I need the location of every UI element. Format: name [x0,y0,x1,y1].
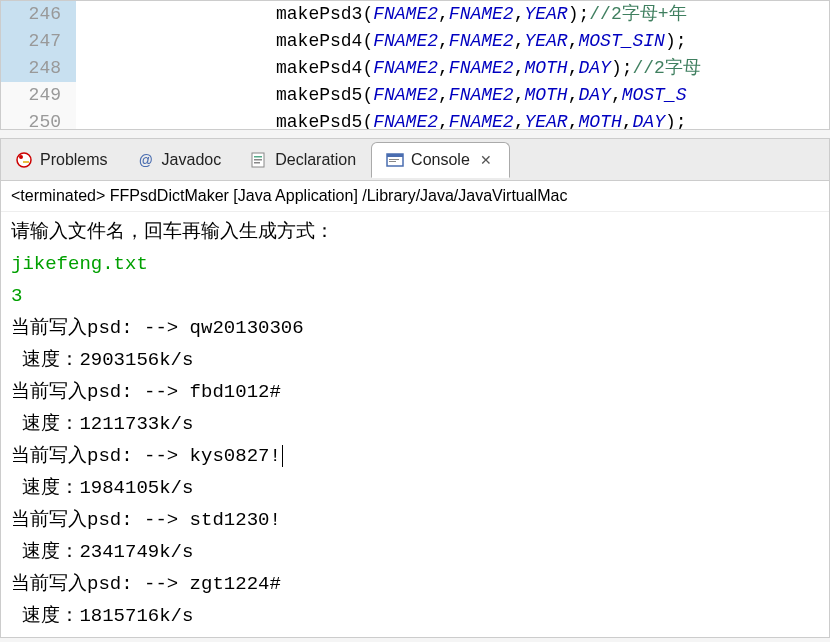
code-content[interactable]: makePsd3(FNAME2,FNAME2,YEAR);//2字母+年 [76,1,829,28]
console-input: 3 [11,280,819,312]
tab-declaration[interactable]: Declaration [236,143,371,177]
code-content[interactable]: makePsd5(FNAME2,FNAME2,MOTH,DAY,MOST_S [76,82,829,109]
console-output[interactable]: 请输入文件名，回车再输入生成方式： jikefeng.txt 3 当前写入psd… [1,212,829,636]
console-line: 当前写入psd: --> zgt1224# [11,568,819,600]
svg-point-1 [19,155,23,159]
tab-console[interactable]: Console ✕ [371,142,510,178]
console-line: 当前写入psd: --> fbd1012# [11,376,819,408]
javadoc-icon: @ [137,151,155,169]
tab-label: Console [411,151,470,169]
code-content[interactable]: makePsd4(FNAME2,FNAME2,MOTH,DAY);//2字母 [76,55,829,82]
code-line[interactable]: 249makePsd5(FNAME2,FNAME2,MOTH,DAY,MOST_… [1,82,829,109]
console-line: 当前写入psd: --> std1230! [11,504,819,536]
declaration-icon [250,151,268,169]
line-number: 248 [1,55,76,82]
line-number: 247 [1,28,76,55]
console-line: 当前写入psd: --> qw20130306 [11,312,819,344]
svg-rect-4 [254,156,262,158]
console-line: 速度：2341749k/s [11,536,819,568]
console-prompt: 请输入文件名，回车再输入生成方式： [11,216,819,248]
close-icon[interactable]: ✕ [477,151,495,169]
line-number: 250 [1,109,76,130]
tab-label: Declaration [275,151,356,169]
console-input: jikefeng.txt [11,248,819,280]
code-line[interactable]: 246makePsd3(FNAME2,FNAME2,YEAR);//2字母+年 [1,1,829,28]
console-line: 速度：1211733k/s [11,408,819,440]
console-line: 速度：1815716k/s [11,600,819,632]
code-content[interactable]: makePsd4(FNAME2,FNAME2,YEAR,MOST_SIN); [76,28,829,55]
line-number: 249 [1,82,76,109]
code-editor[interactable]: 246makePsd3(FNAME2,FNAME2,YEAR);//2字母+年2… [0,0,830,130]
tab-bar: Problems @ Javadoc Declaration Console ✕ [1,139,829,181]
tab-problems[interactable]: Problems [1,143,123,177]
svg-rect-9 [389,159,399,160]
bottom-panel: Problems @ Javadoc Declaration Console ✕… [0,138,830,638]
svg-rect-10 [389,161,396,162]
code-line[interactable]: 248makePsd4(FNAME2,FNAME2,MOTH,DAY);//2字… [1,55,829,82]
process-status: <terminated> [11,187,105,204]
svg-rect-6 [254,162,260,164]
problems-icon [15,151,33,169]
console-line: 速度：2903156k/s [11,344,819,376]
line-number: 246 [1,1,76,28]
console-line: 速度：1984105k/s [11,472,819,504]
code-line[interactable]: 250makePsd5(FNAME2,FNAME2,YEAR,MOTH,DAY)… [1,109,829,130]
console-icon [386,151,404,169]
code-content[interactable]: makePsd5(FNAME2,FNAME2,YEAR,MOTH,DAY); [76,109,829,130]
tab-label: Problems [40,151,108,169]
code-line[interactable]: 247makePsd4(FNAME2,FNAME2,YEAR,MOST_SIN)… [1,28,829,55]
svg-rect-2 [23,161,29,163]
svg-rect-8 [387,154,403,157]
console-line: 当前写入psd: --> kys0827! [11,440,819,472]
process-label: FFPsdDictMaker [Java Application] /Libra… [110,187,568,204]
tab-label: Javadoc [162,151,222,169]
process-info: <terminated> FFPsdDictMaker [Java Applic… [1,181,829,212]
svg-point-0 [17,153,31,167]
svg-rect-5 [254,159,262,161]
tab-javadoc[interactable]: @ Javadoc [123,143,237,177]
